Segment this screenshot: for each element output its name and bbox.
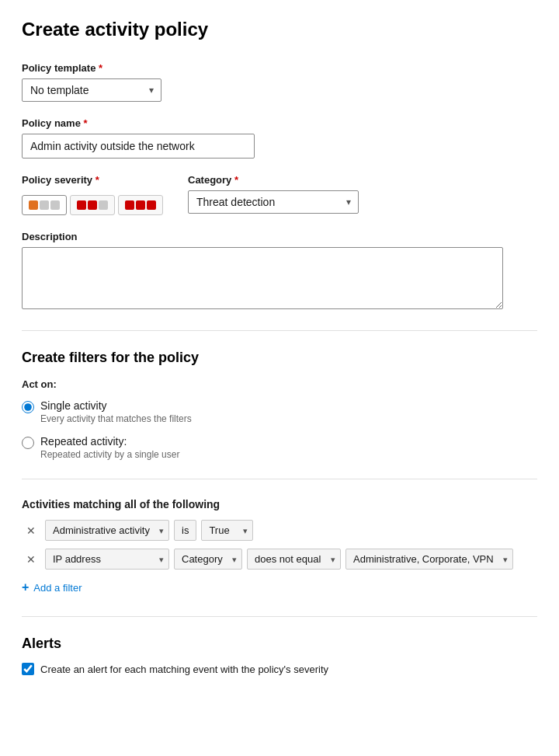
policy-template-select-wrapper: No template Template 1 Template 2: [22, 78, 161, 102]
severity-medium-dot-2: [88, 200, 97, 210]
severity-high-dot-3: [147, 200, 156, 210]
severity-high-button[interactable]: [118, 195, 163, 215]
alerts-section: Alerts Create an alert for each matching…: [22, 636, 537, 675]
filter-2-remove-button[interactable]: ✕: [22, 551, 40, 568]
description-label: Description: [22, 231, 537, 242]
severity-low-button[interactable]: [22, 195, 67, 215]
category-select-wrapper: Threat detection Compliance Data loss pr…: [188, 190, 359, 214]
repeated-activity-radio[interactable]: [22, 437, 34, 449]
severity-category-row: Policy severity *: [22, 174, 537, 215]
severity-low-dot-3: [50, 200, 60, 210]
policy-name-input[interactable]: [22, 134, 255, 159]
category-select[interactable]: Threat detection Compliance Data loss pr…: [188, 190, 359, 214]
policy-name-group: Policy name *: [22, 117, 537, 159]
severity-high-dot-1: [125, 200, 134, 210]
filters-section-title: Create filters for the policy: [22, 350, 537, 366]
act-on-label: Act on:: [22, 378, 537, 390]
page-title: Create activity policy: [22, 19, 537, 40]
description-group: Description: [22, 231, 537, 312]
filter-2-subfield-wrapper: Category Address Tag: [174, 549, 242, 570]
repeated-activity-option: Repeated activity: Repeated activity by …: [22, 435, 537, 460]
filter-1-value-wrapper: True False: [201, 520, 253, 541]
filter-2-operator-wrapper: does not equal equals contains: [247, 549, 341, 570]
policy-template-label: Policy template *: [22, 62, 537, 74]
filter-2-subfield-select[interactable]: Category Address Tag: [174, 549, 242, 570]
filter-2-field-wrapper: IP address Administrative activity User: [45, 549, 169, 570]
policy-name-label: Policy name *: [22, 117, 537, 129]
single-activity-option: Single activity Every activity that matc…: [22, 399, 537, 424]
filter-row-2: ✕ IP address Administrative activity Use…: [22, 549, 537, 570]
policy-severity-group: Policy severity *: [22, 174, 163, 215]
add-filter-label: Add a filter: [33, 582, 82, 594]
policy-severity-label: Policy severity *: [22, 174, 163, 186]
filter-2-value-wrapper: Administrative, Corporate, VPN Corporate…: [345, 549, 513, 570]
add-filter-button[interactable]: + Add a filter: [22, 577, 82, 597]
create-alert-label: Create an alert for each matching event …: [40, 664, 328, 675]
filter-1-remove-button[interactable]: ✕: [22, 522, 40, 539]
description-textarea[interactable]: [22, 247, 503, 309]
severity-medium-dot-1: [77, 200, 86, 210]
filter-2-value-select[interactable]: Administrative, Corporate, VPN Corporate…: [345, 549, 513, 570]
filter-1-field-wrapper: Administrative activity IP address User: [45, 520, 169, 541]
repeated-activity-title: Repeated activity:: [40, 435, 179, 448]
alerts-title: Alerts: [22, 636, 537, 652]
create-alert-checkbox[interactable]: [22, 663, 34, 675]
add-filter-plus-icon: +: [22, 580, 29, 594]
filter-row-1: ✕ Administrative activity IP address Use…: [22, 520, 537, 541]
filter-1-value-select[interactable]: True False: [201, 520, 253, 541]
category-label: Category *: [188, 174, 359, 186]
section-divider-2: [22, 479, 537, 479]
filter-2-field-select[interactable]: IP address Administrative activity User: [45, 549, 169, 570]
severity-medium-dot-3: [99, 200, 108, 210]
policy-template-select[interactable]: No template Template 1 Template 2: [22, 78, 161, 102]
filters-section: Create filters for the policy Act on: Si…: [22, 350, 537, 597]
category-group: Category * Threat detection Compliance D…: [188, 174, 359, 214]
policy-template-group: Policy template * No template Template 1…: [22, 62, 537, 102]
severity-high-dot-2: [136, 200, 145, 210]
single-activity-desc: Every activity that matches the filters: [40, 413, 192, 424]
matching-label: Activities matching all of the following: [22, 498, 537, 510]
filter-1-field-select[interactable]: Administrative activity IP address User: [45, 520, 169, 541]
create-alert-row: Create an alert for each matching event …: [22, 663, 537, 675]
severity-buttons: [22, 195, 163, 215]
severity-low-dot-1: [29, 200, 38, 210]
severity-low-dot-2: [40, 200, 49, 210]
filter-2-operator-select[interactable]: does not equal equals contains: [247, 549, 341, 570]
severity-medium-button[interactable]: [70, 195, 115, 215]
single-activity-radio[interactable]: [22, 401, 34, 413]
section-divider-3: [22, 616, 537, 617]
single-activity-title: Single activity: [40, 399, 192, 412]
section-divider-1: [22, 330, 537, 331]
filter-1-operator: is: [174, 520, 196, 541]
repeated-activity-desc: Repeated activity by a single user: [40, 449, 179, 460]
